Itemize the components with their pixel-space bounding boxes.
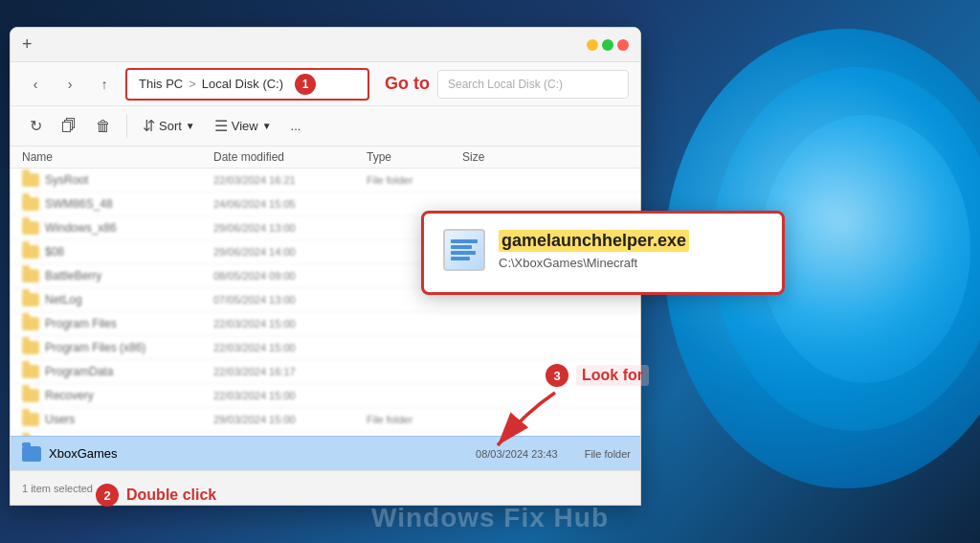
file-name: Program Files (x86): [45, 341, 145, 354]
sort-label: Sort: [159, 119, 182, 133]
xbox-folder-name: XboxGames: [49, 446, 118, 461]
step3-badge: 3: [546, 364, 568, 387]
xbox-folder-type: File folder: [585, 448, 631, 460]
file-date: 22/03/2024 15:00: [213, 318, 367, 329]
file-name: Recovery: [45, 389, 94, 402]
col-name[interactable]: Name: [22, 150, 213, 164]
up-button[interactable]: ↑: [91, 71, 118, 98]
toolbar-more-button[interactable]: ...: [283, 115, 309, 137]
folder-icon: [22, 389, 39, 402]
file-name: BattleBerry: [45, 269, 101, 283]
xbox-games-row[interactable]: XboxGames 08/03/2024 23:43 File folder: [11, 436, 641, 470]
step1-badge: 1: [295, 74, 316, 95]
file-date: 24/06/2024 15:05: [213, 198, 367, 210]
view-icon: ☰: [214, 117, 228, 135]
look-for-label: Look for: [576, 365, 649, 386]
folder-icon: [22, 413, 39, 426]
file-date: 29/03/2024 15:00: [213, 414, 367, 425]
step2-annotation: 2 Double click: [96, 484, 216, 507]
toolbar-copy-button[interactable]: 🗍: [54, 114, 84, 139]
table-row[interactable]: Recovery 22/03/2024 15:00: [11, 384, 640, 408]
watermark: Windows Fix Hub: [371, 503, 609, 533]
toolbar-separator-1: [126, 115, 127, 138]
file-date: 08/05/2024 09:00: [213, 270, 367, 282]
exe-line-2: [451, 245, 472, 249]
folder-icon: [22, 245, 39, 259]
table-row[interactable]: SysRoot 22/03/2024 16:21 File folder: [11, 169, 640, 192]
folder-icon: [22, 197, 39, 211]
back-button[interactable]: ‹: [22, 71, 49, 98]
step2-badge: 2: [96, 484, 119, 507]
file-name: Users: [45, 413, 75, 426]
table-row[interactable]: Users 29/03/2024 15:00 File folder: [11, 408, 640, 432]
maximize-button[interactable]: [602, 39, 613, 51]
file-type: File folder: [367, 174, 462, 186]
folder-icon: [22, 173, 39, 187]
sort-chevron-icon: ▼: [186, 121, 195, 131]
search-bar[interactable]: Search Local Disk (C:): [437, 70, 629, 99]
double-click-label: Double click: [126, 486, 216, 504]
file-name: SysRoot: [45, 173, 88, 187]
file-list-header: Name Date modified Type Size: [11, 147, 640, 169]
refresh-icon: ↻: [30, 117, 42, 135]
step3-annotation: 3 Look for: [546, 364, 649, 387]
minimize-button[interactable]: [587, 39, 598, 51]
toolbar-refresh-button[interactable]: ↻: [22, 113, 50, 139]
file-date: 07/05/2024 13:00: [213, 294, 367, 305]
exe-icon: [443, 229, 485, 271]
popup-card: gamelaunchhelper.exe C:\XboxGames\Minecr…: [421, 211, 785, 295]
file-name: NetLog: [45, 293, 82, 306]
col-size[interactable]: Size: [462, 150, 539, 164]
popup-filename: gamelaunchhelper.exe: [499, 230, 689, 252]
file-name: SWM86S_48: [45, 197, 113, 211]
exe-icon-lines: [451, 239, 478, 260]
address-bar: ‹ › ↑ This PC > Local Disk (C:) 1 Go to …: [11, 62, 640, 106]
col-date-modified[interactable]: Date modified: [213, 150, 367, 164]
file-date: 29/06/2024 13:00: [213, 222, 367, 234]
copy-icon: 🗍: [61, 118, 77, 135]
file-date: 29/06/2024 14:00: [213, 246, 367, 258]
status-text: 1 item selected: [22, 483, 93, 494]
popup-file-info: gamelaunchhelper.exe C:\XboxGames\Minecr…: [499, 230, 763, 270]
toolbar-view-button[interactable]: ☰ View ▼: [207, 113, 279, 139]
view-label: View: [232, 119, 258, 133]
toolbar-sort-button[interactable]: ⇵ Sort ▼: [135, 113, 203, 139]
address-path[interactable]: This PC > Local Disk (C:) 1: [125, 68, 369, 101]
file-name: $08: [45, 245, 64, 259]
file-name: Program Files: [45, 317, 117, 330]
local-disk-label: Local Disk (C:): [202, 77, 283, 91]
col-type[interactable]: Type: [367, 150, 462, 164]
table-row[interactable]: Program Files (x86) 22/03/2024 15:00: [11, 336, 640, 360]
popup-filepath: C:\XboxGames\Minecraft: [499, 256, 763, 270]
sort-icon: ⇵: [143, 117, 155, 135]
window-controls: [587, 39, 629, 51]
file-date: 22/03/2024 15:00: [213, 342, 367, 353]
new-tab-button[interactable]: +: [22, 34, 33, 55]
file-date: 22/03/2024 16:21: [213, 174, 367, 186]
goto-label: Go to: [385, 74, 430, 94]
table-row[interactable]: Program Files 22/03/2024 15:00: [11, 312, 640, 336]
xbox-folder-icon: [22, 446, 41, 462]
toolbar: ↻ 🗍 🗑 ⇵ Sort ▼ ☰ View ▼ ...: [11, 106, 640, 147]
folder-icon: [22, 269, 39, 283]
path-separator: >: [189, 77, 196, 91]
search-placeholder: Search Local Disk (C:): [448, 78, 563, 91]
popup-file-row: gamelaunchhelper.exe C:\XboxGames\Minecr…: [443, 229, 763, 271]
more-label: ...: [291, 119, 301, 133]
file-name: ProgramData: [45, 365, 113, 378]
file-name: Windows_x86: [45, 221, 117, 235]
view-chevron-icon: ▼: [262, 121, 272, 131]
exe-line-1: [451, 239, 478, 243]
this-pc-label: This PC: [139, 77, 183, 91]
folder-icon: [22, 293, 39, 306]
folder-icon: [22, 341, 39, 354]
close-button[interactable]: [617, 39, 629, 51]
exe-line-4: [451, 257, 470, 260]
folder-icon: [22, 317, 39, 330]
exe-line-3: [451, 251, 476, 255]
forward-button[interactable]: ›: [56, 71, 83, 98]
file-type: File folder: [367, 414, 462, 425]
xbox-folder-date: 08/03/2024 23:43: [476, 448, 558, 460]
folder-icon: [22, 221, 39, 235]
toolbar-delete-button[interactable]: 🗑: [88, 114, 119, 139]
